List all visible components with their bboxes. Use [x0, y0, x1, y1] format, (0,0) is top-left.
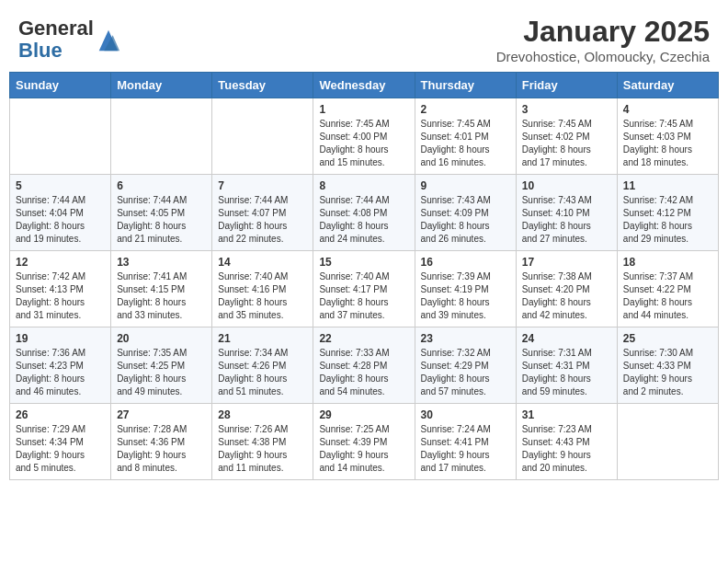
- day-number: 3: [522, 103, 611, 116]
- day-info: Sunrise: 7:26 AM Sunset: 4:38 PM Dayligh…: [218, 423, 307, 475]
- calendar-header: SundayMondayTuesdayWednesdayThursdayFrid…: [10, 73, 719, 98]
- day-number: 27: [117, 408, 206, 421]
- day-number: 18: [623, 256, 712, 269]
- calendar-wrapper: SundayMondayTuesdayWednesdayThursdayFrid…: [0, 72, 728, 489]
- day-number: 15: [319, 256, 408, 269]
- day-info: Sunrise: 7:28 AM Sunset: 4:36 PM Dayligh…: [117, 423, 206, 475]
- calendar-cell: 28Sunrise: 7:26 AM Sunset: 4:38 PM Dayli…: [212, 404, 313, 480]
- day-info: Sunrise: 7:38 AM Sunset: 4:20 PM Dayligh…: [522, 270, 611, 322]
- calendar-week-row: 5Sunrise: 7:44 AM Sunset: 4:04 PM Daylig…: [10, 175, 719, 251]
- title-block: January 2025 Drevohostice, Olomoucky, Cz…: [496, 15, 710, 64]
- calendar-cell: 8Sunrise: 7:44 AM Sunset: 4:08 PM Daylig…: [313, 175, 415, 251]
- day-info: Sunrise: 7:44 AM Sunset: 4:08 PM Dayligh…: [319, 194, 408, 246]
- day-info: Sunrise: 7:40 AM Sunset: 4:17 PM Dayligh…: [319, 270, 408, 322]
- calendar-cell: 1Sunrise: 7:45 AM Sunset: 4:00 PM Daylig…: [313, 98, 415, 175]
- day-number: 11: [623, 179, 712, 192]
- calendar-table: SundayMondayTuesdayWednesdayThursdayFrid…: [9, 72, 719, 480]
- calendar-cell: 4Sunrise: 7:45 AM Sunset: 4:03 PM Daylig…: [617, 98, 718, 175]
- calendar-cell: 12Sunrise: 7:42 AM Sunset: 4:13 PM Dayli…: [10, 251, 111, 327]
- calendar-cell: 14Sunrise: 7:40 AM Sunset: 4:16 PM Dayli…: [212, 251, 313, 327]
- calendar-cell: [617, 404, 718, 480]
- day-number: 24: [522, 332, 611, 345]
- calendar-cell: 6Sunrise: 7:44 AM Sunset: 4:05 PM Daylig…: [111, 175, 212, 251]
- calendar-cell: 18Sunrise: 7:37 AM Sunset: 4:22 PM Dayli…: [617, 251, 718, 327]
- calendar-cell: 17Sunrise: 7:38 AM Sunset: 4:20 PM Dayli…: [516, 251, 617, 327]
- day-info: Sunrise: 7:29 AM Sunset: 4:34 PM Dayligh…: [16, 423, 105, 475]
- day-number: 1: [319, 103, 408, 116]
- day-number: 20: [117, 332, 206, 345]
- calendar-cell: 27Sunrise: 7:28 AM Sunset: 4:36 PM Dayli…: [111, 404, 212, 480]
- day-info: Sunrise: 7:39 AM Sunset: 4:19 PM Dayligh…: [421, 270, 510, 322]
- logo-general: General: [18, 17, 94, 40]
- weekday-header-sunday: Sunday: [10, 73, 111, 98]
- calendar-cell: 9Sunrise: 7:43 AM Sunset: 4:09 PM Daylig…: [415, 175, 516, 251]
- day-number: 5: [16, 179, 105, 192]
- day-info: Sunrise: 7:36 AM Sunset: 4:23 PM Dayligh…: [16, 347, 105, 398]
- calendar-cell: 5Sunrise: 7:44 AM Sunset: 4:04 PM Daylig…: [10, 175, 111, 251]
- day-number: 8: [319, 179, 408, 192]
- day-number: 14: [218, 256, 307, 269]
- calendar-cell: 25Sunrise: 7:30 AM Sunset: 4:33 PM Dayli…: [617, 327, 718, 404]
- calendar-week-row: 19Sunrise: 7:36 AM Sunset: 4:23 PM Dayli…: [10, 327, 719, 404]
- day-info: Sunrise: 7:43 AM Sunset: 4:10 PM Dayligh…: [522, 194, 611, 246]
- calendar-body: 1Sunrise: 7:45 AM Sunset: 4:00 PM Daylig…: [10, 98, 719, 480]
- day-info: Sunrise: 7:41 AM Sunset: 4:15 PM Dayligh…: [117, 270, 206, 322]
- calendar-cell: 7Sunrise: 7:44 AM Sunset: 4:07 PM Daylig…: [212, 175, 313, 251]
- month-title: January 2025: [496, 15, 710, 49]
- day-number: 10: [522, 179, 611, 192]
- day-info: Sunrise: 7:30 AM Sunset: 4:33 PM Dayligh…: [623, 347, 712, 398]
- day-number: 19: [16, 332, 105, 345]
- day-info: Sunrise: 7:33 AM Sunset: 4:28 PM Dayligh…: [319, 347, 408, 398]
- day-info: Sunrise: 7:44 AM Sunset: 4:07 PM Dayligh…: [218, 194, 307, 246]
- day-info: Sunrise: 7:45 AM Sunset: 4:01 PM Dayligh…: [421, 118, 510, 169]
- day-info: Sunrise: 7:44 AM Sunset: 4:04 PM Dayligh…: [16, 194, 105, 246]
- weekday-header-saturday: Saturday: [617, 73, 718, 98]
- day-number: 6: [117, 179, 206, 192]
- day-info: Sunrise: 7:24 AM Sunset: 4:41 PM Dayligh…: [421, 423, 510, 475]
- page-header: General Blue January 2025 Drevohostice, …: [0, 0, 728, 72]
- calendar-cell: 15Sunrise: 7:40 AM Sunset: 4:17 PM Dayli…: [313, 251, 415, 327]
- day-number: 22: [319, 332, 408, 345]
- calendar-cell: 19Sunrise: 7:36 AM Sunset: 4:23 PM Dayli…: [10, 327, 111, 404]
- calendar-cell: 23Sunrise: 7:32 AM Sunset: 4:29 PM Dayli…: [415, 327, 516, 404]
- weekday-header-friday: Friday: [516, 73, 617, 98]
- calendar-week-row: 1Sunrise: 7:45 AM Sunset: 4:00 PM Daylig…: [10, 98, 719, 175]
- calendar-cell: 16Sunrise: 7:39 AM Sunset: 4:19 PM Dayli…: [415, 251, 516, 327]
- logo-text: General Blue: [18, 17, 94, 62]
- day-info: Sunrise: 7:34 AM Sunset: 4:26 PM Dayligh…: [218, 347, 307, 398]
- day-info: Sunrise: 7:23 AM Sunset: 4:43 PM Dayligh…: [522, 423, 611, 475]
- weekday-header-wednesday: Wednesday: [313, 73, 415, 98]
- calendar-cell: 2Sunrise: 7:45 AM Sunset: 4:01 PM Daylig…: [415, 98, 516, 175]
- day-number: 28: [218, 408, 307, 421]
- day-info: Sunrise: 7:32 AM Sunset: 4:29 PM Dayligh…: [421, 347, 510, 398]
- day-info: Sunrise: 7:35 AM Sunset: 4:25 PM Dayligh…: [117, 347, 206, 398]
- calendar-cell: [10, 98, 111, 175]
- calendar-cell: 20Sunrise: 7:35 AM Sunset: 4:25 PM Dayli…: [111, 327, 212, 404]
- calendar-cell: [212, 98, 313, 175]
- day-number: 23: [421, 332, 510, 345]
- calendar-cell: 31Sunrise: 7:23 AM Sunset: 4:43 PM Dayli…: [516, 404, 617, 480]
- calendar-cell: 13Sunrise: 7:41 AM Sunset: 4:15 PM Dayli…: [111, 251, 212, 327]
- day-info: Sunrise: 7:45 AM Sunset: 4:03 PM Dayligh…: [623, 118, 712, 169]
- calendar-cell: 3Sunrise: 7:45 AM Sunset: 4:02 PM Daylig…: [516, 98, 617, 175]
- weekday-header-monday: Monday: [111, 73, 212, 98]
- calendar-cell: 21Sunrise: 7:34 AM Sunset: 4:26 PM Dayli…: [212, 327, 313, 404]
- day-number: 29: [319, 408, 408, 421]
- day-info: Sunrise: 7:45 AM Sunset: 4:00 PM Dayligh…: [319, 118, 408, 169]
- day-number: 30: [421, 408, 510, 421]
- logo-blue: Blue: [18, 39, 63, 62]
- day-number: 7: [218, 179, 307, 192]
- day-info: Sunrise: 7:25 AM Sunset: 4:39 PM Dayligh…: [319, 423, 408, 475]
- weekday-header-row: SundayMondayTuesdayWednesdayThursdayFrid…: [10, 73, 719, 98]
- day-number: 12: [16, 256, 105, 269]
- day-info: Sunrise: 7:45 AM Sunset: 4:02 PM Dayligh…: [522, 118, 611, 169]
- day-number: 16: [421, 256, 510, 269]
- calendar-cell: 24Sunrise: 7:31 AM Sunset: 4:31 PM Dayli…: [516, 327, 617, 404]
- calendar-cell: 10Sunrise: 7:43 AM Sunset: 4:10 PM Dayli…: [516, 175, 617, 251]
- weekday-header-thursday: Thursday: [415, 73, 516, 98]
- weekday-header-tuesday: Tuesday: [212, 73, 313, 98]
- day-number: 4: [623, 103, 712, 116]
- day-info: Sunrise: 7:43 AM Sunset: 4:09 PM Dayligh…: [421, 194, 510, 246]
- calendar-cell: [111, 98, 212, 175]
- day-number: 21: [218, 332, 307, 345]
